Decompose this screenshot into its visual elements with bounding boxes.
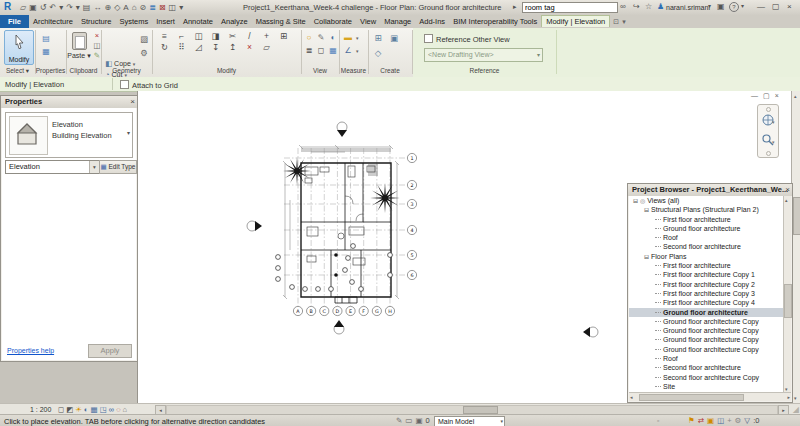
print-icon[interactable]: ▤ — [83, 1, 91, 14]
wheel-caret-icon[interactable]: ▾ — [772, 119, 775, 125]
browser-node[interactable]: First floor architecture — [629, 215, 784, 224]
paste-button[interactable] — [72, 32, 87, 50]
browser-node[interactable]: ⊟Structural Plans (Structural Plan 2) — [629, 205, 784, 214]
browser-node[interactable]: Second floor architecture — [629, 363, 784, 372]
properties-header[interactable]: Properties× — [1, 96, 137, 108]
user-icon[interactable]: ♟ — [657, 2, 664, 11]
view-scale[interactable]: 1 : 200 — [30, 406, 51, 413]
undo-icon[interactable]: ↶ — [49, 1, 56, 14]
workset-panel-icon[interactable]: ▭ — [405, 416, 412, 426]
modify-button[interactable]: Modify — [4, 30, 34, 65]
geometry-side-icons[interactable]: ▨⚙ — [138, 32, 150, 60]
tab-massing-site[interactable]: Massing & Site — [252, 15, 310, 28]
aligned-dimension-icon[interactable]: ⊕ — [104, 1, 111, 14]
scale-icon[interactable]: ◿ — [190, 42, 207, 53]
browser-node[interactable]: First floor architecture Copy 2 — [629, 280, 784, 289]
tab-view[interactable]: View — [356, 15, 380, 28]
filter-combo[interactable]: Elevation▾ — [5, 160, 100, 174]
tab-bim-interoperability-tools[interactable]: BIM Interoperability Tools — [449, 15, 541, 28]
family-types-icon[interactable]: ▦ — [40, 45, 52, 58]
project-browser-header[interactable]: Project Browser - Project1_Keerthana_We.… — [628, 184, 792, 196]
sync-status-icon[interactable]: ⇄ — [698, 416, 704, 426]
scroll-up-icon[interactable]: ▴ — [794, 92, 797, 100]
ribbon-state-caret-icon[interactable]: ▾ — [622, 15, 626, 28]
sync-icon[interactable]: ↺ — [40, 1, 47, 14]
search-input[interactable] — [522, 2, 618, 13]
mirror-draw-axis-icon[interactable]: ◨ — [207, 31, 224, 42]
trim-icon[interactable]: / — [241, 31, 258, 42]
checkbox-box[interactable] — [424, 34, 433, 43]
worksharing-display-icon[interactable]: ⚑ — [688, 416, 695, 426]
tab-file[interactable]: File — [0, 15, 29, 28]
elevation-marker-top[interactable] — [337, 122, 347, 137]
thin-lines-icon[interactable]: ≣ — [149, 1, 156, 14]
redo-icon[interactable]: ↷ — [66, 1, 73, 14]
tab-annotate[interactable]: Annotate — [179, 15, 217, 28]
close-icon[interactable]: × — [785, 184, 790, 196]
customize-qat-icon[interactable]: ▾ — [179, 1, 183, 14]
array-icon[interactable]: ⠿ — [173, 42, 190, 53]
design-options-panel-icon[interactable]: ▣ — [415, 416, 422, 426]
browser-node[interactable]: First floor architecture Copy 1 — [629, 270, 784, 279]
delete-element-icon[interactable]: × — [241, 42, 258, 53]
properties-palette-icon[interactable]: ▤ — [40, 32, 52, 45]
browser-node[interactable]: Roof — [629, 233, 784, 242]
cut-profile-icon[interactable]: ◐ — [327, 31, 339, 44]
close-icon[interactable]: × — [130, 96, 135, 108]
expand-icon[interactable]: ⊟ — [644, 253, 649, 262]
browser-vertical-scrollbar[interactable]: ▴ ▾ — [783, 196, 791, 393]
user-name[interactable]: narani.srimani — [666, 4, 710, 11]
elevation-marker-left[interactable] — [247, 221, 262, 231]
legend-icon[interactable]: ▣ — [386, 31, 402, 46]
view-minimize-icon[interactable]: — — [751, 92, 758, 99]
matchline-icon[interactable]: ▱ — [258, 42, 275, 53]
text-icon[interactable]: A — [123, 1, 128, 14]
undo-caret-icon[interactable]: ▾ — [59, 1, 63, 14]
hide-elements-icon[interactable]: ◻ — [315, 44, 327, 57]
scroll-thumb[interactable] — [784, 284, 792, 318]
redo-caret-icon[interactable]: ▾ — [76, 1, 80, 14]
select-links-icon[interactable]: ◫ — [717, 416, 724, 426]
reference-view-dropdown[interactable]: <New Drafting View>▾ — [424, 48, 543, 62]
user-caret-icon[interactable]: ▾ — [708, 2, 711, 9]
scroll-up-icon[interactable]: ▴ — [785, 196, 788, 204]
checkbox-box[interactable] — [120, 80, 129, 89]
elevation-marker-right[interactable] — [583, 327, 598, 337]
restore-button[interactable]: ▢ — [772, 2, 780, 11]
split-icon[interactable]: ✂ — [224, 31, 241, 42]
geometry-tool-cope[interactable]: ◧Cope▾ — [105, 59, 135, 69]
tab-manage[interactable]: Manage — [380, 15, 415, 28]
structural-columns[interactable] — [276, 244, 393, 292]
browser-node[interactable]: Ground floor architecture — [629, 308, 784, 317]
view-close-icon[interactable]: × — [775, 92, 779, 99]
mirror-pick-axis-icon[interactable]: ◫ — [190, 31, 207, 42]
panel-label-select[interactable]: Select ▾ — [0, 66, 35, 76]
tab-insert[interactable]: Insert — [152, 15, 179, 28]
edit-type-button[interactable]: ▦ Edit Type — [99, 160, 137, 174]
delete-icon[interactable]: × — [92, 31, 102, 41]
linework-icon[interactable]: ✎ — [315, 31, 327, 44]
combo-caret-icon[interactable]: ▾ — [89, 161, 99, 173]
type-selector-caret-icon[interactable]: ▾ — [127, 129, 130, 136]
copy-to-clipboard-icon[interactable]: ◫ — [92, 41, 102, 51]
browser-node[interactable]: Second floor architecture Copy — [629, 373, 784, 382]
scroll-thumb[interactable] — [463, 406, 498, 414]
sign-in-icon[interactable]: ↪ — [633, 2, 640, 11]
thin-lines-toggle-icon[interactable]: ≣ — [303, 44, 315, 57]
browser-node[interactable]: Ground floor architecture Copy — [629, 345, 784, 354]
browser-node[interactable]: Ground floor architecture Copy — [629, 326, 784, 335]
design-options-dropdown[interactable]: Main Model▾ — [434, 416, 505, 426]
browser-node[interactable]: Ground floor architecture Copy — [629, 335, 784, 344]
favorites-icon[interactable]: ☆ — [645, 2, 652, 11]
close-button[interactable]: × — [787, 2, 792, 11]
switch-windows-icon[interactable]: ◫ — [169, 1, 177, 14]
scroll-left-icon[interactable]: ◂ — [630, 393, 633, 401]
reveal-lightbulb-icon[interactable]: ○ — [303, 31, 315, 44]
unpin-icon[interactable]: ↥ — [224, 42, 241, 53]
scroll-right-icon[interactable]: ▸ — [787, 393, 790, 401]
rotate-icon[interactable]: ↻ — [156, 42, 173, 53]
close-hidden-windows-icon[interactable]: ⊠ — [159, 1, 166, 14]
browser-node[interactable]: Roof — [629, 354, 784, 363]
tree-1[interactable] — [283, 157, 311, 185]
measure-icon[interactable]: ↔ — [93, 1, 101, 14]
